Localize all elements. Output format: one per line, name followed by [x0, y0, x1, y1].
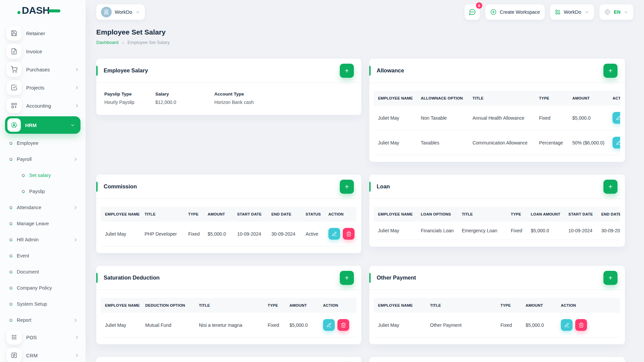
edit-button[interactable] [561, 319, 573, 331]
trash-icon [341, 322, 346, 328]
messages-button[interactable]: 0 [465, 4, 480, 20]
add-other-payment-button[interactable]: + [603, 271, 618, 285]
sidebar-item-system-setup[interactable]: System Setup [0, 296, 86, 312]
workspace-avatar [101, 7, 112, 17]
add-allowance-button[interactable]: + [603, 64, 618, 78]
card-header: Employee Salary + [96, 59, 361, 83]
add-loan-button[interactable]: + [603, 180, 618, 194]
chevron-right-icon [73, 205, 78, 210]
delete-button[interactable] [337, 319, 349, 331]
sidebar-item-set-salary[interactable]: Set salary [0, 167, 86, 183]
workspace-selector[interactable]: WorkDo [96, 4, 145, 20]
sidebar-item-invoice[interactable]: Invoice [0, 42, 86, 60]
card-title: Employee Salary [104, 67, 148, 74]
column-header-amount: AMOUNT [204, 207, 233, 222]
sidebar-item-hrm[interactable]: HRM [5, 116, 80, 134]
table-cell: Communication Allowance [469, 130, 535, 155]
sidebar-item-retainer[interactable]: Retainer [0, 24, 86, 42]
sidebar-item-crm[interactable]: CRM [0, 346, 86, 362]
column-header-loan-amount: LOAN AMOUNT [527, 207, 565, 222]
sidebar-item-attendance[interactable]: Attendance [0, 199, 86, 216]
tasks-icon [7, 80, 21, 95]
table-row: Juliet MayMutual FundNisi a tenetur magn… [101, 313, 357, 338]
breadcrumb-separator-icon: › [122, 40, 124, 45]
hrm-icon [7, 118, 21, 132]
sidebar-item-manage-leave[interactable]: Manage Leave [0, 216, 86, 232]
saturation-deduction-table: EMPLOYEE NAMEDEDUCTION OPTIONTITLETYPEAM… [101, 298, 357, 338]
add-employee-salary-button[interactable]: + [340, 64, 354, 78]
saturation-deduction-card: Saturation Deduction + EMPLOYEE NAMEDEDU… [96, 266, 361, 344]
grid-plus-icon [555, 9, 561, 15]
action-cell [557, 313, 620, 338]
other-payment-card: Other Payment + EMPLOYEE NAMETITLETYPEAM… [369, 266, 625, 344]
add-saturation-deduction-button[interactable]: + [340, 271, 354, 285]
invoice-icon [7, 44, 21, 59]
sidebar-item-label: POS [26, 335, 70, 340]
sidebar-item-hr-admin[interactable]: HR Admin [0, 232, 86, 248]
overtime-card: Overtime + [96, 357, 361, 362]
table-cell: Juliet May [101, 313, 141, 338]
sidebar-item-payroll[interactable]: Payroll [0, 151, 86, 167]
header-accent-bar [369, 66, 371, 76]
bullet-ring-icon [9, 270, 13, 274]
card-title: Commission [104, 183, 137, 190]
topbar: WorkDo 0 Create Workspace WorkDo EN [86, 0, 644, 21]
sidebar-item-label: Invoice [26, 49, 79, 54]
crm-icon [7, 348, 21, 362]
card-header: Overtime + [96, 357, 361, 362]
breadcrumb: Dashboard › Employee Set Salary [96, 40, 633, 45]
table-header-row: EMPLOYEE NAMETITLETYPEAMOUNTSTART DATEEN… [101, 207, 357, 222]
circle-plus-icon [490, 9, 497, 15]
sidebar-item-purchases[interactable]: Purchases [0, 60, 86, 78]
header-accent-bar [369, 182, 371, 192]
breadcrumb-dashboard-link[interactable]: Dashboard [96, 40, 118, 45]
table-cell: $5,000.0 [568, 106, 608, 130]
workspace-menu-button[interactable]: WorkDo [550, 4, 594, 20]
sidebar-item-document[interactable]: Document [0, 264, 86, 280]
sidebar-item-projects[interactable]: Projects [0, 78, 86, 97]
sidebar-item-employee[interactable]: Employee [0, 135, 86, 151]
bullet-ring-icon [9, 141, 13, 145]
breadcrumb-current: Employee Set Salary [127, 40, 170, 45]
card-header: Saturation Deduction + [96, 266, 361, 290]
logo-text: DASH [22, 5, 50, 16]
sidebar-item-event[interactable]: Event [0, 248, 86, 264]
delete-button[interactable] [575, 319, 587, 331]
table-cell: Emergency Loan [458, 222, 507, 240]
bullet-ring-icon [9, 318, 13, 322]
sidebar-item-accounting[interactable]: Accounting [0, 97, 86, 115]
bullet-ring-icon [21, 189, 25, 193]
sidebar-item-report[interactable]: Report [0, 312, 86, 328]
sidebar-item-label: Company Policy [17, 285, 78, 291]
sidebar-item-pos[interactable]: POS [0, 328, 86, 346]
app-logo[interactable]: DASH [0, 0, 86, 21]
action-cell [324, 222, 357, 246]
accounting-icon [7, 98, 21, 113]
chevron-down-icon [135, 10, 140, 15]
table-cell: 30-09-2024 [597, 222, 620, 240]
action-cell [608, 106, 620, 130]
field-label: Payslip Type [104, 92, 155, 97]
table-cell: 10-09-2024 [565, 222, 597, 240]
delete-button[interactable] [343, 228, 355, 240]
sidebar-item-company-policy[interactable]: Company Policy [0, 280, 86, 296]
chevron-right-icon [74, 67, 79, 72]
table-row: Juliet MayNon TaxableAnnual Health Allow… [374, 106, 620, 130]
column-header-type: TYPE [184, 207, 204, 222]
column-header-type: TYPE [496, 298, 522, 313]
table-header-row: EMPLOYEE NAMELOAN OPTIONSTITLETYPELOAN A… [374, 207, 620, 222]
header-accent-bar [96, 182, 98, 192]
edit-button[interactable] [612, 137, 620, 148]
add-commission-button[interactable]: + [340, 180, 354, 194]
table-cell: $5,000.0 [204, 222, 233, 246]
language-selector[interactable]: EN [599, 4, 633, 20]
table-cell: 10-09-2024 [233, 222, 267, 246]
edit-button[interactable] [328, 228, 340, 240]
create-workspace-button[interactable]: Create Workspace [485, 4, 545, 20]
workspace-selector-label: WorkDo [115, 9, 132, 15]
edit-button[interactable] [612, 112, 620, 124]
edit-button[interactable] [323, 319, 335, 331]
card-title: Loan [377, 183, 390, 190]
sidebar-item-payslip[interactable]: Payslip [0, 183, 86, 199]
table-cell: Fixed [535, 106, 568, 130]
